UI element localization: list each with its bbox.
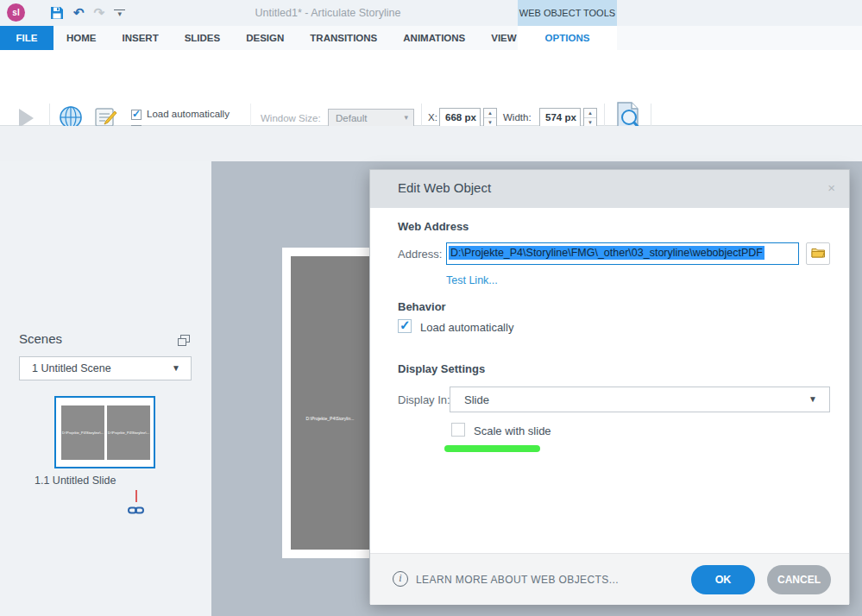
chevron-down-icon: ▼ — [172, 363, 180, 373]
tab-transitions[interactable]: TRANSITIONS — [297, 26, 390, 50]
title-bar: sl ↶ ↷ ▾ Untitled1* - Articulate Storyli… — [0, 0, 862, 26]
learn-more-link[interactable]: LEARN MORE ABOUT WEB OBJECTS... — [416, 574, 619, 586]
application-window: sl ↶ ↷ ▾ Untitled1* - Articulate Storyli… — [0, 0, 862, 616]
customize-toolbar-icon[interactable]: ▾ — [114, 9, 125, 17]
window-title: Untitled1* - Articulate Storyline — [207, 7, 449, 19]
dialog-title: Edit Web Object — [398, 180, 491, 195]
tab-options[interactable]: OPTIONS — [518, 26, 617, 50]
web-object-path-text: D:\Projekte_P4\Storylin... — [291, 416, 369, 421]
save-icon[interactable] — [50, 6, 64, 20]
address-selected-text: D:\Projekte_P4\Storyline\FMG\_other\03_s… — [449, 246, 764, 260]
load-automatically-checkbox[interactable] — [131, 110, 142, 120]
preview-play-icon[interactable] — [19, 109, 34, 128]
link-indicator-line — [135, 490, 137, 502]
link-icon — [128, 504, 144, 519]
address-input[interactable]: D:\Projekte_P4\Storyline\FMG\_other\03_s… — [446, 242, 799, 265]
slide-thumbnail-label: 1.1 Untitled Slide — [35, 475, 116, 487]
display-in-dropdown[interactable]: Slide ▼ — [450, 387, 830, 412]
ribbon-tab-bar: FILE HOME INSERT SLIDES DESIGN TRANSITIO… — [0, 26, 862, 50]
ok-button[interactable]: OK — [691, 565, 755, 594]
tab-animations[interactable]: ANIMATIONS — [390, 26, 478, 50]
redo-icon[interactable]: ↷ — [94, 6, 105, 20]
cancel-button[interactable]: CANCEL — [767, 565, 831, 594]
thumbnail-web-object-right: D:\Projekte_P4\Storyline\... — [107, 405, 150, 460]
scale-with-slide-checkbox[interactable] — [451, 423, 465, 437]
collapse-panel-icon[interactable] — [178, 334, 190, 349]
window-size-label: Window Size: — [261, 113, 321, 123]
display-settings-heading: Display Settings — [398, 362, 485, 375]
edit-web-object-dialog: Edit Web Object × Web Address Address: D… — [369, 169, 850, 604]
display-in-label: Display In: — [398, 393, 450, 406]
browse-folder-button[interactable] — [806, 242, 830, 265]
x-field[interactable]: 668 px — [439, 108, 481, 128]
tab-slides[interactable]: SLIDES — [172, 26, 234, 50]
quick-access-toolbar: ↶ ↷ ▾ — [50, 5, 125, 21]
x-label: X: — [428, 112, 437, 123]
scale-with-slide-label: Scale with slide — [474, 424, 551, 437]
scenes-panel-title: Scenes — [19, 331, 62, 346]
behavior-heading: Behavior — [398, 300, 446, 313]
tab-file[interactable]: FILE — [0, 26, 53, 50]
close-icon[interactable]: × — [827, 180, 835, 195]
chevron-down-icon: ▾ — [404, 113, 408, 122]
ribbon: Preview Play Open Edit Load automaticall… — [0, 50, 862, 126]
tab-design[interactable]: DESIGN — [233, 26, 297, 50]
info-icon: i — [393, 571, 408, 587]
undo-icon[interactable]: ↶ — [73, 6, 85, 20]
test-link[interactable]: Test Link... — [446, 274, 498, 286]
width-field[interactable]: 574 px — [539, 108, 581, 128]
web-object-placeholder[interactable] — [291, 256, 369, 550]
view-tab-strip: STORY VIEW 1.1 Untitled Sli... × — [0, 126, 862, 161]
slide-thumbnail[interactable]: D:\Projekte_P4\Storyline\... D:\Projekte… — [54, 396, 155, 468]
width-stepper[interactable]: ▲▼ — [583, 108, 597, 128]
highlight-underline — [444, 445, 540, 452]
scenes-panel: Scenes 1 Untitled Scene ▼ D:\Projekte_P4… — [0, 161, 211, 616]
load-automatically-label: Load automatically — [147, 109, 230, 119]
web-address-heading: Web Address — [398, 220, 469, 233]
dialog-footer: i LEARN MORE ABOUT WEB OBJECTS... OK CAN… — [370, 553, 849, 605]
load-automatically-checkbox[interactable] — [398, 319, 412, 333]
load-automatically-label: Load automatically — [420, 321, 513, 334]
tab-home[interactable]: HOME — [53, 26, 110, 50]
x-stepper[interactable]: ▲▼ — [483, 108, 497, 128]
app-logo: sl — [7, 3, 25, 22]
address-label: Address: — [398, 248, 442, 261]
folder-icon — [811, 246, 826, 261]
dialog-header[interactable]: Edit Web Object × — [370, 170, 849, 208]
tab-insert[interactable]: INSERT — [110, 26, 172, 50]
width-label: Width: — [503, 112, 532, 123]
scene-selector-dropdown[interactable]: 1 Untitled Scene ▼ — [19, 356, 192, 380]
contextual-tab-group-header: WEB OBJECT TOOLS — [518, 0, 617, 26]
chevron-down-icon: ▼ — [809, 394, 817, 404]
thumbnail-web-object-left: D:\Projekte_P4\Storyline\... — [61, 405, 104, 460]
